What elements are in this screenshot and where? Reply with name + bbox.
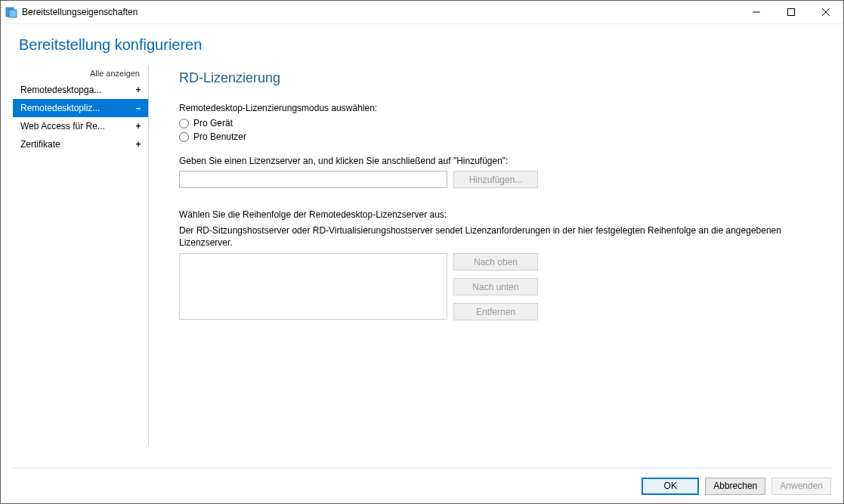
sidebar-item-certificates[interactable]: Zertifikate + [13, 135, 149, 153]
apply-button[interactable]: Anwenden [771, 478, 831, 495]
order-buttons: Nach oben Nach unten Entfernen [453, 253, 538, 320]
button-label: Hinzufügen... [469, 175, 523, 185]
footer-divider [13, 468, 831, 468]
order-row: Nach oben Nach unten Entfernen [179, 253, 831, 320]
sidebar-divider [148, 66, 149, 446]
content-pane: RD-Lizenzierung Remotedesktop-Lizenzieru… [149, 66, 831, 468]
add-button[interactable]: Hinzufügen... [453, 171, 538, 188]
order-description: Der RD-Sitzungshostserver oder RD-Virtua… [179, 224, 831, 249]
show-all-link[interactable]: Alle anzeigen [13, 66, 149, 81]
window-controls [739, 1, 843, 23]
page-header: Bereitstellung konfigurieren [19, 36, 831, 54]
order-label: Wählen Sie die Reihenfolge der Remotedes… [179, 209, 831, 220]
ok-button[interactable]: OK [642, 478, 699, 495]
expand-icon: + [134, 139, 143, 150]
radio-label: Pro Benutzer [193, 131, 246, 142]
dialog-body: Bereitstellung konfigurieren Alle anzeig… [1, 24, 843, 468]
radio-per-device[interactable]: Pro Gerät [179, 118, 831, 128]
radio-icon [179, 119, 189, 128]
app-icon [5, 6, 17, 18]
expand-icon: + [134, 121, 143, 131]
remove-button[interactable]: Entfernen [453, 303, 538, 320]
sidebar-item-web-access[interactable]: Web Access für Re... + [13, 117, 149, 135]
move-up-button[interactable]: Nach oben [453, 253, 538, 271]
sidebar-item-label: Web Access für Re... [20, 121, 105, 131]
server-input-row: Hinzufügen... [179, 171, 831, 188]
button-label: Abbrechen [713, 481, 757, 491]
server-input-label: Geben Sie einen Lizenzserver an, und kli… [179, 156, 831, 166]
radio-icon [179, 132, 189, 142]
maximize-button[interactable] [774, 1, 808, 23]
sidebar-item-label: Zertifikate [20, 139, 60, 150]
button-label: Nach oben [474, 257, 518, 267]
minimize-button[interactable] [739, 1, 774, 23]
split-pane: Alle anzeigen Remotedesktopga... + Remot… [13, 66, 831, 468]
radio-per-user[interactable]: Pro Benutzer [179, 131, 831, 142]
move-down-button[interactable]: Nach unten [453, 278, 538, 295]
button-label: Nach unten [472, 282, 518, 292]
expand-icon: + [134, 85, 143, 95]
sidebar-item-rd-gateway[interactable]: Remotedesktopga... + [13, 81, 149, 99]
mode-label: Remotedesktop-Lizenzierungsmodus auswähl… [179, 103, 831, 113]
dialog-window: Bereitstellungseigenschaften Bereitstell… [0, 0, 844, 504]
button-label: Anwenden [780, 481, 823, 491]
svg-rect-3 [788, 9, 795, 16]
sidebar-item-label: Remotedesktopliz... [20, 103, 100, 113]
dialog-footer: OK Abbrechen Anwenden [1, 468, 843, 503]
sidebar: Alle anzeigen Remotedesktopga... + Remot… [13, 66, 149, 468]
radio-label: Pro Gerät [193, 118, 233, 128]
button-label: Entfernen [476, 307, 515, 317]
titlebar: Bereitstellungseigenschaften [1, 1, 843, 24]
collapse-icon: – [134, 103, 143, 113]
page-title: RD-Lizenzierung [179, 70, 831, 86]
button-label: OK [664, 481, 677, 491]
svg-rect-1 [9, 10, 17, 17]
cancel-button[interactable]: Abbrechen [705, 478, 765, 495]
license-server-list[interactable] [179, 253, 447, 320]
close-button[interactable] [808, 1, 843, 23]
sidebar-item-label: Remotedesktopga... [20, 85, 101, 95]
window-title: Bereitstellungseigenschaften [22, 7, 138, 17]
license-server-input[interactable] [179, 171, 447, 188]
sidebar-item-rd-licensing[interactable]: Remotedesktopliz... – [13, 99, 149, 117]
